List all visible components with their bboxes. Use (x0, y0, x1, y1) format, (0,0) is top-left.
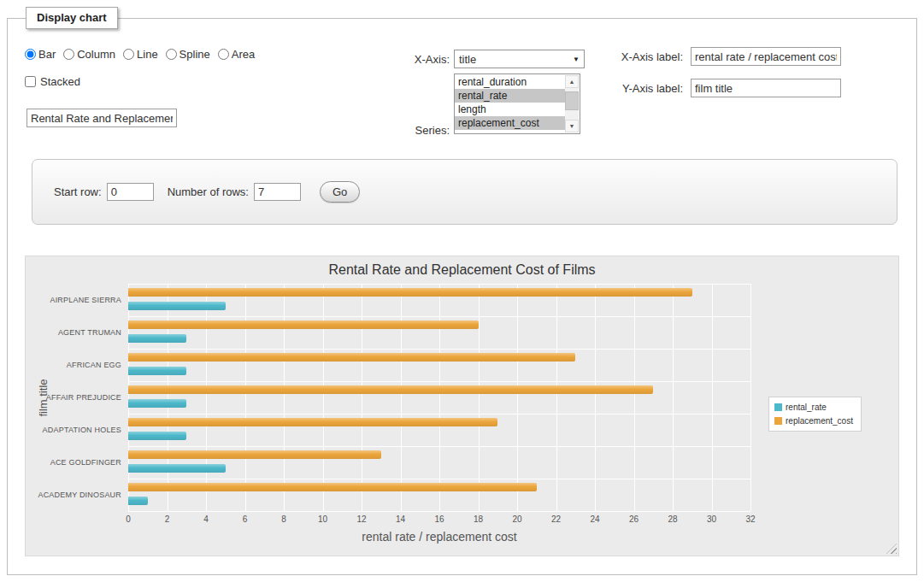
chart-type-option-line[interactable]: Line (123, 48, 158, 61)
bar-rental_rate (128, 334, 186, 343)
x-tick-label: 22 (544, 514, 569, 524)
x-tick-label: 18 (466, 514, 491, 524)
chart-type-radio-column[interactable] (63, 49, 74, 60)
scroll-up-icon[interactable]: ▲ (565, 75, 579, 88)
display-chart-fieldset: Display chart BarColumnLineSplineArea St… (7, 18, 917, 575)
gridline-vertical (323, 284, 324, 511)
stacked-label: Stacked (40, 75, 80, 88)
legend-swatch (774, 417, 782, 425)
category-label: AGENT TRUMAN (26, 316, 121, 349)
bar-rental_rate (128, 432, 186, 440)
stacked-checkbox[interactable] (25, 76, 36, 87)
series-option-rental_rate[interactable]: rental_rate (455, 89, 565, 103)
gridline-vertical (168, 284, 168, 511)
chevron-down-icon: ▼ (568, 56, 584, 63)
x-axis-ticks: 02468101214161820222426283032 (128, 514, 750, 526)
category-axis: AIRPLANE SIERRAAGENT TRUMANAFRICAN EGGAF… (26, 284, 121, 511)
legend-item-replacement_cost[interactable]: replacement_cost (774, 416, 853, 426)
chart-type-option-bar[interactable]: Bar (25, 48, 56, 61)
gridline-vertical (245, 284, 246, 511)
scroll-down-icon[interactable]: ▼ (565, 120, 579, 132)
chart-type-radio-spline[interactable] (166, 49, 177, 60)
series-scrollbar[interactable]: ▲ ▼ (565, 75, 579, 132)
start-row-input[interactable] (107, 183, 154, 201)
fieldset-legend: Display chart (26, 7, 118, 29)
bar-replacement_cost (128, 288, 692, 297)
bar-rental_rate (128, 399, 186, 408)
series-multiselect[interactable]: rental_durationrental_ratelengthreplacem… (454, 73, 580, 134)
category-label: AIRPLANE SIERRA (26, 284, 121, 316)
category-label: ACADEMY DINOSAUR (26, 479, 121, 511)
x-tick-label: 32 (738, 514, 763, 524)
chart-type-option-column[interactable]: Column (63, 48, 115, 61)
chart-type-radio-bar[interactable] (25, 49, 36, 60)
chart-title: Rental Rate and Replacement Cost of Film… (26, 262, 898, 278)
x-tick-label: 20 (504, 514, 530, 524)
gridline-horizontal (128, 414, 750, 414)
legend-label: replacement_cost (786, 416, 853, 426)
category-label: AFRICAN EGG (26, 349, 121, 381)
bar-replacement_cost (128, 418, 497, 426)
go-button[interactable]: Go (320, 181, 360, 203)
legend-item-rental_rate[interactable]: rental_rate (774, 403, 853, 412)
xaxis-label-input[interactable] (691, 47, 841, 66)
gridline-vertical (479, 284, 480, 511)
xaxis-select[interactable]: title ▼ (454, 50, 585, 68)
x-tick-label: 28 (660, 514, 686, 524)
x-tick-label: 6 (232, 514, 258, 524)
bar-rental_rate (128, 464, 226, 473)
xaxis-label-field-label: X-Axis label: (589, 50, 683, 63)
series-option-replacement_cost[interactable]: replacement_cost (455, 116, 565, 130)
chart-type-option-area[interactable]: Area (218, 48, 255, 61)
x-tick-label: 2 (155, 514, 180, 524)
num-rows-label: Number of rows: (168, 185, 249, 198)
gridline-vertical (128, 284, 129, 511)
legend-label: rental_rate (786, 403, 827, 412)
gridline-vertical (362, 284, 362, 511)
num-rows-input[interactable] (254, 183, 301, 201)
series-option-length[interactable]: length (455, 103, 565, 116)
plot-area (128, 284, 750, 511)
yaxis-label-input[interactable] (691, 79, 841, 97)
bar-replacement_cost (128, 353, 575, 362)
bar-replacement_cost (128, 450, 381, 459)
chart-resize-handle[interactable] (886, 544, 897, 554)
x-tick-label: 16 (427, 514, 452, 524)
gridline-horizontal (128, 446, 750, 447)
xaxis-select-label: X-Axis: (373, 53, 450, 66)
gridline-vertical (517, 284, 518, 511)
row-range-panel: Start row: Number of rows: Go (32, 159, 898, 225)
xaxis-select-value: title (455, 53, 568, 66)
chart-type-option-label: Bar (38, 48, 56, 61)
chart-type-radio-line[interactable] (123, 49, 134, 60)
category-label: ADAPTATION HOLES (26, 414, 121, 446)
series-select-label: Series: (373, 124, 450, 137)
bar-rental_rate (128, 497, 148, 505)
x-tick-label: 8 (271, 514, 297, 524)
yaxis-label-field-label: Y-Axis label: (589, 82, 683, 95)
gridline-horizontal (128, 316, 750, 317)
chart-container: Rental Rate and Replacement Cost of Film… (25, 256, 899, 556)
stacked-option[interactable]: Stacked (25, 75, 80, 88)
chart-type-option-label: Line (137, 48, 158, 61)
bar-replacement_cost (128, 320, 479, 329)
x-tick-label: 12 (349, 514, 374, 524)
gridline-vertical (206, 284, 207, 511)
gridline-vertical (439, 284, 440, 511)
chart-type-option-label: Spline (180, 48, 210, 61)
chart-type-option-spline[interactable]: Spline (166, 48, 210, 61)
gridline-vertical (634, 284, 635, 511)
gridline-vertical (595, 284, 596, 511)
bar-rental_rate (128, 367, 186, 375)
gridline-horizontal (128, 479, 750, 479)
x-tick-label: 24 (582, 514, 608, 524)
series-option-rental_duration[interactable]: rental_duration (455, 75, 565, 89)
gridline-vertical (673, 284, 674, 511)
chart-type-radio-area[interactable] (218, 49, 229, 60)
bar-replacement_cost (128, 385, 653, 394)
chart-title-input[interactable] (26, 109, 177, 127)
chart-legend: rental_ratereplacement_cost (768, 397, 862, 432)
gridline-horizontal (128, 284, 750, 285)
chart-type-option-label: Column (77, 48, 115, 61)
scrollbar-thumb[interactable] (565, 91, 579, 110)
